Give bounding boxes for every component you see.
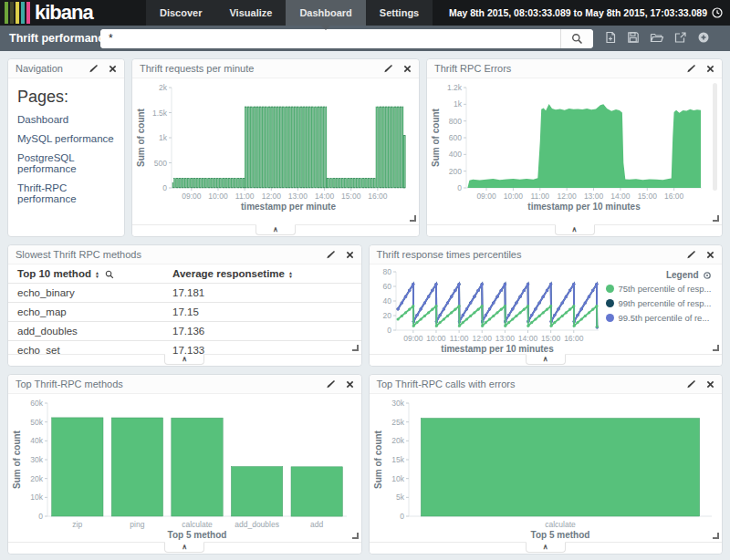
svg-text:Top 5 method: Top 5 method [530,530,589,540]
remove-panel-icon[interactable] [706,380,714,389]
search-input[interactable] [100,29,560,48]
page-link[interactable]: Thrift-RPC performance [17,182,115,204]
edit-panel-icon[interactable] [327,379,336,389]
edit-panel-icon[interactable] [687,64,696,73]
edit-panel-icon[interactable] [384,64,393,73]
svg-text:16:00: 16:00 [564,334,584,343]
query-bar: Thrift performance [0,26,730,51]
svg-text:16:00: 16:00 [664,192,684,201]
collapse-panel-button[interactable]: ∧ [164,354,204,365]
collapse-panel-button[interactable]: ∧ [164,542,204,553]
remove-panel-icon[interactable] [346,380,354,389]
table-row[interactable]: add_doubles17.136 [8,322,361,341]
search-box [100,29,593,48]
calls-with-errors-chart[interactable]: 05k10k15k20k25k30kTop 5 methodSum of cou… [370,394,723,545]
nav-tab-visualize[interactable]: Visualize [215,0,286,26]
svg-text:1.2k: 1.2k [447,83,463,92]
legend-toggle[interactable]: Legend [606,270,712,280]
remove-panel-icon[interactable] [346,251,354,259]
collapse-panel-button[interactable]: ∧ [256,224,296,235]
svg-text:800: 800 [449,117,462,126]
resize-handle[interactable] [352,345,359,351]
top-methods-chart[interactable]: 010k20k30k40k50k60kTop 5 methodSum of co… [8,394,361,545]
svg-text:10:00: 10:00 [208,192,228,201]
panel-percentiles-header[interactable]: Thrift response times percentiles [370,245,723,264]
collapse-panel-button[interactable]: ∧ [526,354,566,365]
time-range-picker[interactable]: May 8th 2015, 08:03:33.089 to May 8th 20… [449,0,730,26]
add-visualization-button[interactable] [695,29,712,48]
panel-title: Slowest Thrift RPC methods [16,249,141,260]
legend-items: 75th percentile of resp...99th percentil… [606,284,712,323]
search-column-icon[interactable] [105,270,114,279]
table-row[interactable]: echo_binary17.181 [8,284,361,303]
add-visualization-icon [697,31,710,44]
remove-panel-icon[interactable] [109,65,117,73]
resize-handle[interactable] [713,345,719,351]
svg-text:5k: 5k [396,493,405,502]
svg-text:calculate: calculate [545,520,576,529]
errors-chart[interactable]: 02004006008001k1.2k09:0010:0011:0012:001… [427,78,722,217]
panel-calls-with-errors-header[interactable]: Top Thrift-RPC calls with errors [370,375,723,394]
svg-text:0: 0 [400,512,404,521]
page-link[interactable]: MySQL performance [17,133,115,144]
resize-handle[interactable] [713,215,719,222]
page-link[interactable]: PostgreSQL performance [17,152,115,174]
panel-navigation-header[interactable]: Navigation [8,59,124,78]
slowest-table-body: echo_binary17.181echo_map17.15add_double… [8,284,361,360]
collapse-panel-button[interactable]: ∧ [526,542,566,553]
new-document-icon [604,31,617,44]
remove-panel-icon[interactable] [706,65,714,73]
legend-color-dot-icon [606,314,614,322]
panel-title: Thrift requests per minute [140,63,254,74]
nav-tab-settings[interactable]: Settings [366,0,433,26]
search-button[interactable] [560,29,593,48]
panel-errors-header[interactable]: Thrift RPC Errors [427,59,722,78]
remove-panel-icon[interactable] [706,251,714,259]
legend-settings-icon [703,271,712,280]
table-row[interactable]: echo_map17.15 [8,303,361,322]
nav-tab-dashboard[interactable]: Dashboard [286,0,365,26]
legend-color-dot-icon [606,285,614,293]
save-dashboard-button[interactable] [625,29,641,48]
svg-text:1k: 1k [454,99,463,109]
collapse-panel-button[interactable]: ∧ [555,224,595,235]
svg-text:0: 0 [387,326,391,335]
new-dashboard-button[interactable] [602,29,619,48]
percentiles-chart[interactable]: 02040608009:0010:0011:0012:0013:0014:001… [372,266,606,358]
nav-tab-discover[interactable]: Discover [146,0,215,26]
svg-text:09:00: 09:00 [403,334,423,343]
column-header-method[interactable]: Top 10 method▲▼ [8,264,163,284]
resize-handle[interactable] [410,215,416,222]
requests-chart[interactable]: 05001k1.5k2k09:0010:0011:0012:0013:0014:… [132,78,419,217]
svg-text:11:00: 11:00 [235,192,255,201]
panel-requests-header[interactable]: Thrift requests per minute [132,59,419,78]
panel-slowest-header[interactable]: Slowest Thrift RPC methods [8,245,361,264]
page-link[interactable]: Dashboard [17,114,115,125]
panel-top-methods-header[interactable]: Top Thrift-RPC methods [8,375,361,394]
svg-text:15:00: 15:00 [341,192,361,201]
panel-percentiles: Thrift response times percentiles 020406… [369,244,724,367]
svg-text:60k: 60k [30,399,43,408]
panel-scrollbar[interactable] [713,83,717,191]
svg-text:60: 60 [382,282,391,291]
resize-handle[interactable] [352,533,359,539]
column-header-responsetime[interactable]: Average responsetime▲▼ [163,264,360,284]
legend-color-dot-icon [606,299,614,307]
nav-links: DashboardMySQL performancePostgreSQL per… [17,114,115,204]
edit-panel-icon[interactable] [89,64,99,73]
svg-text:0: 0 [457,183,462,192]
remove-panel-icon[interactable] [403,65,412,73]
svg-text:20k: 20k [30,474,43,483]
panel-title: Navigation [16,63,63,74]
legend-item[interactable]: 99th percentile of resp... [606,298,712,308]
edit-panel-icon[interactable] [327,250,336,259]
edit-panel-icon[interactable] [687,379,696,389]
load-dashboard-button[interactable] [648,29,665,48]
resize-handle[interactable] [713,533,719,539]
share-dashboard-button[interactable] [673,29,689,48]
clock-icon [712,7,723,18]
legend-item[interactable]: 75th percentile of resp... [606,284,712,294]
legend-item[interactable]: 99.5th percentile of re... [606,313,712,323]
edit-panel-icon[interactable] [687,250,696,259]
panel-rpc-errors: Thrift RPC Errors 02004006008001k1.2k09:… [426,58,723,237]
